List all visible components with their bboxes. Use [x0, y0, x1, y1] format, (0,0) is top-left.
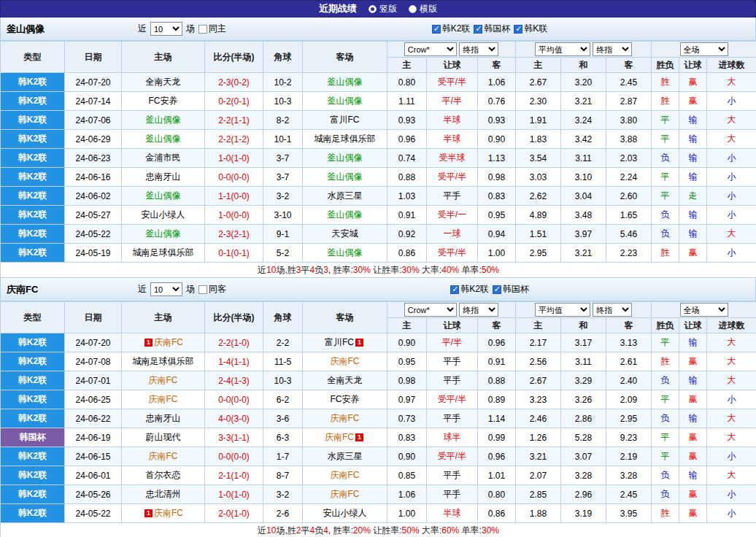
- checkbox-icon[interactable]: [493, 285, 501, 294]
- handicap-result-cell: 赢: [679, 73, 707, 92]
- result-cell: 平: [652, 130, 679, 149]
- page: 近期战绩 竖版 横版 釜山偶像 近 10 场 同主 韩K2联韩国杯韩K联: [0, 0, 756, 537]
- avg-odds-select[interactable]: 平均值: [535, 303, 590, 317]
- layout-radio-vertical[interactable]: 竖版: [369, 3, 397, 15]
- avg-away-cell: 2.40: [606, 371, 652, 390]
- away-team-cell: 釜山偶像: [303, 244, 387, 263]
- team-name: 釜山偶像: [328, 96, 363, 106]
- odds-company-select[interactable]: Crow*: [404, 42, 457, 56]
- avg-stage-select[interactable]: 终指: [593, 42, 632, 56]
- avg-stage-select[interactable]: 终指: [593, 303, 632, 317]
- match-row: 韩K2联24-06-25庆南FC0-0(0-0)6-2FC安养0.97受平/半0…: [1, 390, 756, 409]
- checkbox-icon[interactable]: [450, 285, 459, 294]
- date-cell: 24-07-01: [65, 371, 122, 390]
- avg-home-cell: 2.67: [516, 371, 561, 390]
- col-header-corner: 角球: [263, 302, 303, 333]
- checkbox-icon[interactable]: [474, 25, 482, 34]
- score-cell: 2-2(1-2): [205, 130, 263, 149]
- summary-text: 平: [301, 265, 309, 275]
- away-odds-cell: 0.99: [478, 428, 516, 447]
- matches-label: 场: [186, 23, 195, 35]
- col-header-date: 日期: [65, 302, 122, 333]
- away-odds-cell: 1.14: [478, 409, 516, 428]
- away-odds-cell: 1.13: [478, 149, 516, 168]
- checkbox-icon[interactable]: [514, 25, 522, 34]
- match-count-select[interactable]: 10: [150, 282, 182, 296]
- league-filter-checkbox[interactable]: 韩国杯: [493, 283, 529, 295]
- same-venue-checkbox[interactable]: 同客: [198, 283, 226, 295]
- scope-select[interactable]: 全场: [680, 303, 728, 317]
- team-name: 釜山偶像: [328, 247, 363, 258]
- avg-away-cell: 2.03: [606, 149, 652, 168]
- odds-stage-select[interactable]: 终指: [459, 42, 498, 56]
- away-odds-cell: 0.94: [478, 225, 516, 244]
- result-cell: 负: [652, 409, 679, 428]
- team-name: 庆南FC: [331, 489, 360, 499]
- match-count-select[interactable]: 10: [150, 22, 182, 36]
- summary-text: , 胜率:: [328, 265, 353, 275]
- match-row: 韩K2联24-06-29釜山偶像2-2(1-2)10-1城南足球俱乐部0.96半…: [1, 130, 756, 149]
- avg-draw-cell: 3.11: [561, 149, 606, 168]
- same-venue-checkbox[interactable]: 同主: [198, 23, 226, 35]
- team-name: 庆南FC: [331, 413, 360, 423]
- corners-cell: 3-7: [263, 149, 303, 168]
- team-name: 釜山偶像: [328, 77, 363, 87]
- handicap-cell: 平/半: [427, 333, 478, 352]
- team-name: 水原三星: [328, 190, 363, 201]
- away-team-cell: 庆南FC: [303, 485, 387, 504]
- league-filter-label: 韩国杯: [503, 283, 529, 295]
- away-odds-cell: 0.95: [478, 206, 516, 225]
- radio-icon: [369, 5, 377, 13]
- corners-cell: 10-3: [263, 92, 303, 111]
- league-filter-checkbox[interactable]: 韩K2联: [432, 23, 471, 35]
- score-cell: 1-0(1-0): [205, 485, 263, 504]
- team-name: 忠南牙山: [146, 413, 181, 423]
- date-cell: 24-06-22: [65, 409, 122, 428]
- league-filter-checkbox[interactable]: 韩K联: [514, 23, 547, 35]
- league-cell: 韩K2联: [1, 466, 65, 485]
- corners-cell: 3-2: [263, 485, 303, 504]
- avg-odds-select[interactable]: 平均值: [535, 42, 590, 56]
- sub-header-goals: 进球数: [707, 58, 756, 73]
- odds-stage-select[interactable]: 终指: [459, 303, 498, 317]
- sub-header-away-odds: 客: [478, 318, 516, 333]
- checkbox-icon[interactable]: [432, 25, 441, 34]
- checkbox-icon[interactable]: [198, 285, 207, 294]
- avg-home-cell: 3.23: [516, 390, 561, 409]
- corners-cell: 10-2: [263, 73, 303, 92]
- avg-draw-cell: 3.04: [561, 187, 606, 206]
- home-odds-cell: 0.96: [387, 130, 427, 149]
- avg-draw-cell: 3.28: [561, 466, 606, 485]
- handicap-result-cell: 赢: [679, 244, 707, 263]
- red-card-badge: 1: [144, 339, 153, 347]
- away-team-cell: 水原三星: [303, 447, 387, 466]
- avg-away-cell: 3.28: [606, 466, 652, 485]
- corners-cell: 8-7: [263, 466, 303, 485]
- avg-home-cell: 3.54: [516, 149, 561, 168]
- handicap-cell: 受平/半: [427, 168, 478, 187]
- odds-company-select[interactable]: Crow*: [404, 303, 457, 317]
- checkbox-icon[interactable]: [198, 25, 207, 34]
- avg-draw-cell: 3.24: [561, 111, 606, 130]
- league-filter-checkbox[interactable]: 韩K2联: [450, 283, 489, 295]
- corners-cell: 3-2: [263, 187, 303, 206]
- summary-text: 10: [266, 265, 276, 275]
- sub-header-away-odds: 客: [478, 58, 516, 73]
- avg-away-cell: 2.87: [606, 92, 652, 111]
- score-cell: 2-1(1-0): [205, 466, 263, 485]
- result-cell: 负: [652, 225, 679, 244]
- avg-odds-header: 平均值 终指: [516, 42, 652, 58]
- layout-radio-horizontal[interactable]: 横版: [409, 3, 437, 15]
- filter-controls: 近 10 场 同主 韩K2联韩国杯韩K联: [138, 22, 749, 36]
- radio-icon: [409, 5, 417, 13]
- home-team-cell: 釜山偶像: [122, 225, 205, 244]
- match-row: 韩K2联24-07-01庆南FC2-4(1-3)10-3全南天龙0.98平手0.…: [1, 371, 756, 390]
- corners-cell: 3-10: [263, 206, 303, 225]
- league-filter-checkbox[interactable]: 韩国杯: [474, 23, 510, 35]
- scope-select[interactable]: 全场: [680, 42, 728, 56]
- sub-header-avg-draw: 和: [561, 58, 606, 73]
- summary-text: 4: [323, 525, 328, 536]
- away-odds-cell: 0.98: [478, 168, 516, 187]
- avg-home-cell: 1.26: [516, 428, 561, 447]
- summary-text: 60%: [441, 525, 459, 536]
